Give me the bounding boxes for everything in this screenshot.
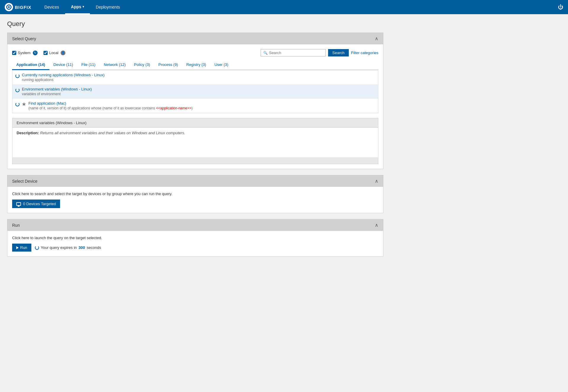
- query-row-1-subtitle: running applications: [22, 78, 375, 82]
- tab-policy[interactable]: Policy (3): [130, 60, 154, 70]
- query-row-3-refresh-icon: [15, 102, 20, 106]
- tab-process[interactable]: Process (9): [154, 60, 182, 70]
- query-row[interactable]: Find application (Mac) (name of it, vers…: [12, 99, 378, 113]
- select-query-header: Select Query ∧: [7, 33, 383, 44]
- select-device-body: Click here to search and select the targ…: [7, 187, 383, 213]
- search-button[interactable]: Search: [328, 49, 348, 56]
- refresh-icon: [15, 74, 20, 78]
- select-query-title: Select Query: [12, 36, 36, 41]
- system-checkbox[interactable]: [12, 51, 16, 55]
- run-title: Run: [12, 223, 20, 228]
- nav-deployments[interactable]: Deployments: [90, 0, 126, 14]
- tab-file[interactable]: File (11): [77, 60, 100, 70]
- refresh-icon: [15, 88, 20, 92]
- tab-user[interactable]: User (3): [210, 60, 233, 70]
- run-body: Click here to launch the query on the ta…: [7, 231, 383, 256]
- tab-network[interactable]: Network (12): [100, 60, 130, 70]
- expire-unit: seconds: [87, 245, 101, 250]
- select-query-chevron[interactable]: ∧: [375, 36, 378, 41]
- local-checkbox-label[interactable]: Local 👤: [43, 51, 65, 55]
- brand: BIGFIX: [5, 3, 31, 11]
- refresh-icon: [15, 102, 20, 106]
- monitor-icon: [16, 202, 21, 206]
- query-row-3-title: Find application (Mac): [28, 101, 375, 106]
- query-list: Currently running applications (Windows …: [12, 70, 378, 113]
- apps-dropdown-arrow: ▾: [83, 5, 84, 8]
- brand-logo-icon: [6, 4, 12, 10]
- system-label: System: [18, 51, 30, 55]
- local-label: Local: [49, 51, 58, 55]
- query-row-1-content: Currently running applications (Windows …: [22, 73, 375, 82]
- run-chevron[interactable]: ∧: [375, 222, 378, 228]
- settings-icon: [22, 102, 26, 106]
- description-section: Environment variables (Windows - Linux) …: [12, 118, 378, 164]
- nav-apps[interactable]: Apps ▾: [65, 0, 90, 14]
- tab-device[interactable]: Device (11): [49, 60, 77, 70]
- nav-items: Devices Apps ▾ Deployments: [38, 0, 558, 14]
- query-row-2-icon: [15, 88, 20, 92]
- select-query-body: System ↻ Local 👤 🔍 Search Filte: [7, 44, 383, 169]
- power-button[interactable]: ⏻: [558, 4, 563, 10]
- query-row-3-settings-icon: [22, 102, 26, 106]
- refresh-expire-icon[interactable]: [35, 246, 39, 250]
- query-controls: System ↻ Local 👤 🔍 Search Filte: [12, 49, 378, 56]
- tab-bar: Application (14) Device (11) File (11) N…: [12, 60, 378, 70]
- select-device-title: Select Device: [12, 179, 38, 184]
- local-icon: 👤: [61, 51, 65, 55]
- devices-targeted-label: 0 Devices Targeted: [23, 202, 56, 206]
- query-row[interactable]: Currently running applications (Windows …: [12, 70, 378, 85]
- description-footer: [12, 157, 378, 164]
- search-input[interactable]: [269, 51, 323, 55]
- query-row-2-content: Environment variables (Windows - Linux) …: [22, 87, 375, 96]
- run-button[interactable]: Run: [12, 244, 31, 252]
- device-description: Click here to search and select the targ…: [12, 192, 378, 196]
- query-row-2-title: Environment variables (Windows - Linux): [22, 87, 375, 91]
- nav-devices[interactable]: Devices: [38, 0, 65, 14]
- search-icon: 🔍: [263, 51, 268, 55]
- run-triangle-icon: [16, 246, 19, 249]
- local-checkbox[interactable]: [43, 51, 48, 55]
- brand-logo: [5, 3, 13, 11]
- devices-targeted-button[interactable]: 0 Devices Targeted: [12, 200, 60, 208]
- select-query-panel: Select Query ∧ System ↻ Local 👤: [7, 33, 383, 169]
- run-header: Run ∧: [7, 219, 383, 231]
- query-row-2-subtitle: variables of environment: [22, 92, 375, 96]
- run-button-label: Run: [20, 245, 27, 250]
- description-label: Description:: [17, 131, 39, 135]
- query-row-1-icon: [15, 73, 20, 78]
- description-header: Environment variables (Windows - Linux): [12, 118, 378, 128]
- select-device-panel: Select Device ∧ Click here to search and…: [7, 175, 383, 213]
- expire-text: Your query expires in 300 seconds: [35, 245, 101, 250]
- run-controls: Run Your query expires in 300 seconds: [12, 244, 378, 252]
- page-title: Query: [7, 20, 383, 28]
- filter-categories-link[interactable]: Filter categories: [351, 51, 378, 55]
- query-row-3-content: Find application (Mac) (name of it, vers…: [28, 101, 375, 110]
- description-body: Description: Returns all environment var…: [12, 128, 378, 157]
- query-row-1-title: Currently running applications (Windows …: [22, 73, 375, 77]
- search-group: 🔍 Search Filter categories: [261, 49, 378, 56]
- search-input-wrapper: 🔍: [261, 49, 326, 56]
- tab-registry[interactable]: Registry (3): [182, 60, 210, 70]
- description-text: Returns all environment variables and th…: [40, 131, 185, 135]
- expire-before-text: Your query expires in: [41, 245, 77, 250]
- query-row[interactable]: Environment variables (Windows - Linux) …: [12, 85, 378, 99]
- select-device-header: Select Device ∧: [7, 175, 383, 187]
- system-icon: ↻: [33, 51, 38, 55]
- navbar: BIGFIX Devices Apps ▾ Deployments ⏻: [0, 0, 568, 14]
- select-device-chevron[interactable]: ∧: [375, 178, 378, 184]
- checkbox-group: System ↻ Local 👤: [12, 51, 65, 55]
- query-row-3-subtitle: (name of it, version of it) of applicati…: [28, 106, 375, 110]
- run-description: Click here to launch the query on the ta…: [12, 236, 378, 240]
- run-panel: Run ∧ Click here to launch the query on …: [7, 219, 383, 257]
- expire-seconds: 300: [79, 245, 85, 250]
- system-checkbox-label[interactable]: System ↻: [12, 51, 38, 55]
- brand-name: BIGFIX: [15, 5, 31, 10]
- tab-application[interactable]: Application (14): [12, 60, 49, 70]
